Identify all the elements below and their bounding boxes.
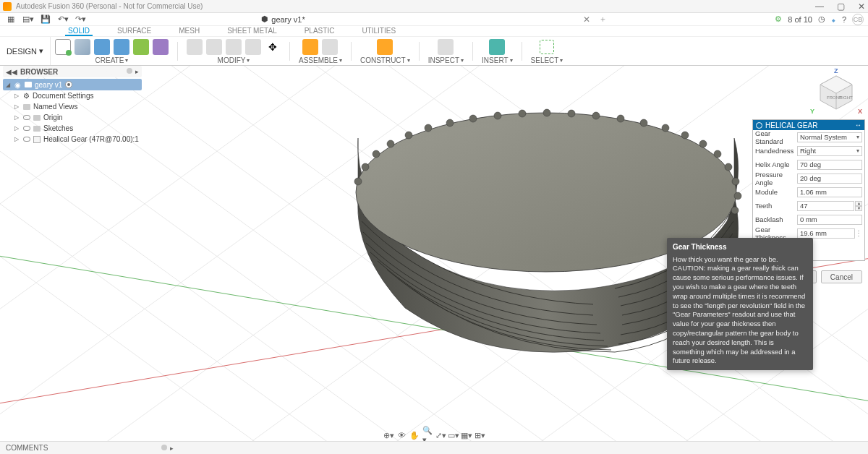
svg-point-38 (662, 124, 669, 132)
tooltip-title: Gear Thickness (673, 242, 807, 252)
ribbon: DESIGN ▾ CREATE▾ ✥ MODIFY▾ ASSEMBLE▾ (0, 37, 868, 66)
create-group-label[interactable]: CREATE▾ (95, 56, 129, 65)
teeth-label: Teeth (755, 202, 797, 210)
shell-icon[interactable] (226, 39, 242, 55)
sweep-icon[interactable] (114, 39, 129, 55)
grid-icon[interactable]: ▦▾ (461, 430, 472, 440)
backlash-input[interactable]: 0 mm (797, 215, 862, 225)
root-label: geary v1 (35, 81, 62, 89)
measure-icon[interactable] (438, 39, 454, 55)
new-tab-icon[interactable]: ＋ (599, 14, 607, 25)
insert-group-label[interactable]: INSERT▾ (482, 56, 513, 65)
comments-opt-icon[interactable] (161, 445, 167, 450)
teeth-spinner[interactable]: ▴▾ (855, 201, 862, 211)
gear-standard-select[interactable]: Normal System (797, 132, 862, 142)
assemble-group-label[interactable]: ASSEMBLE▾ (299, 56, 342, 65)
tree-item[interactable]: ▷ Sketches (3, 123, 142, 134)
plane-icon[interactable] (377, 39, 393, 55)
teeth-input[interactable]: 47 (797, 201, 854, 211)
tab-sheetmetal[interactable]: SHEET METAL (224, 26, 280, 36)
modify-group-label[interactable]: MODIFY▾ (218, 56, 250, 65)
help-icon[interactable]: ? (842, 15, 846, 24)
module-input[interactable]: 1.06 mm (797, 187, 862, 197)
panel-expand-icon[interactable]: ↔ (855, 121, 861, 129)
tab-mesh[interactable]: MESH (176, 26, 203, 36)
minimize-button[interactable]: — (815, 1, 824, 12)
svg-point-28 (425, 124, 432, 132)
design-workspace-button[interactable]: DESIGN ▾ (0, 37, 51, 65)
gear-thickness-options-icon[interactable]: ⋮ (855, 229, 862, 237)
file-menu-icon[interactable]: ▤▾ (22, 14, 35, 25)
job-status-icon[interactable]: ◷ (818, 14, 825, 24)
visibility-icon[interactable] (23, 126, 30, 131)
create-sketch-icon[interactable] (55, 39, 71, 55)
loft-icon[interactable] (133, 39, 149, 55)
move-icon[interactable]: ✥ (265, 39, 281, 55)
tab-surface[interactable]: SURFACE (114, 26, 154, 36)
tree-item[interactable]: ▷ Named Views (3, 101, 142, 112)
as-built-joint-icon[interactable] (322, 39, 338, 55)
save-icon[interactable]: 💾 (39, 14, 52, 25)
close-tab-icon[interactable]: ✕ (583, 14, 590, 25)
cancel-button[interactable]: Cancel (821, 270, 862, 283)
visibility-icon[interactable]: ◉ (14, 81, 22, 89)
comments-expand-icon[interactable]: ▸ (170, 445, 174, 452)
collapse-icon[interactable]: ◀◀ (6, 68, 17, 76)
comments-bar[interactable]: COMMENTS ▸ (0, 441, 868, 454)
svg-point-23 (354, 178, 362, 185)
viewcube[interactable]: FRONT RIGHT Z X Y (814, 70, 858, 113)
svg-point-31 (494, 112, 501, 119)
select-icon[interactable] (540, 40, 554, 54)
browser-panel: ◀◀ BROWSER ▸ ◢◉ geary v1 ▷⚙ Document Set… (3, 66, 142, 145)
insert-decal-icon[interactable] (489, 39, 505, 55)
browser-opt-icon[interactable] (127, 68, 132, 74)
tree-root[interactable]: ◢◉ geary v1 (3, 79, 142, 90)
activate-radio-icon[interactable] (65, 81, 72, 88)
revolve-icon[interactable] (94, 39, 110, 55)
select-group-label[interactable]: SELECT▾ (531, 56, 563, 65)
close-button[interactable]: ✕ (858, 1, 865, 12)
pressure-angle-input[interactable]: 20 deg (797, 174, 862, 184)
joint-icon[interactable] (302, 39, 318, 55)
pan-icon[interactable]: ✋ (409, 430, 420, 440)
undo-icon[interactable]: ↶▾ (56, 14, 69, 25)
extrude-icon[interactable] (75, 39, 90, 55)
display-icon[interactable]: ▭▾ (448, 430, 459, 440)
backlash-label: Backlash (755, 215, 797, 223)
handedness-select[interactable]: Right (797, 146, 862, 156)
extensions-icon[interactable]: ⚙ (775, 14, 782, 24)
svg-point-25 (373, 150, 380, 158)
tab-plastic[interactable]: PLASTIC (302, 26, 338, 36)
construct-group-label[interactable]: CONSTRUCT▾ (360, 56, 410, 65)
viewport-icon[interactable]: ⊞▾ (475, 430, 485, 440)
zoom-icon[interactable]: 🔍▾ (422, 430, 433, 440)
redo-icon[interactable]: ↷▾ (74, 14, 87, 25)
press-pull-icon[interactable] (187, 39, 203, 55)
fillet-icon[interactable] (206, 39, 222, 55)
notifications-icon[interactable]: ⬥ (831, 15, 836, 24)
titlebar: Autodesk Fusion 360 (Personal - Not for … (0, 0, 868, 13)
user-badge[interactable]: CB (852, 14, 864, 25)
browser-expand-icon[interactable]: ▸ (135, 68, 139, 75)
panel-title: HELICAL GEAR (765, 121, 817, 129)
fit-icon[interactable]: ⤢▾ (435, 430, 446, 440)
app-menu-icon[interactable]: ▦ (4, 14, 17, 25)
tab-solid[interactable]: SOLID (65, 26, 93, 36)
tree-item[interactable]: ▷⚙ Document Settings (3, 90, 142, 101)
maximize-button[interactable]: ▢ (837, 1, 845, 12)
inspect-group-label[interactable]: INSPECT▾ (428, 56, 464, 65)
box-icon[interactable] (153, 39, 169, 55)
folder-icon (33, 115, 41, 121)
document-name[interactable]: geary v1* (271, 15, 305, 24)
tab-utilities[interactable]: UTILITIES (359, 26, 399, 36)
tree-item[interactable]: ▷ Healical Gear (47R@70.00):1 (3, 134, 142, 145)
tree-item[interactable]: ▷ Origin (3, 112, 142, 123)
visibility-icon[interactable] (23, 137, 30, 142)
gear-thickness-input[interactable]: 19.6 mm (797, 228, 855, 239)
visibility-icon[interactable] (23, 115, 30, 120)
combine-icon[interactable] (245, 39, 261, 55)
helix-angle-input[interactable]: 70 deg (797, 160, 862, 170)
look-icon[interactable]: 👁 (396, 430, 407, 440)
viewport[interactable]: ◀◀ BROWSER ▸ ◢◉ geary v1 ▷⚙ Document Set… (0, 66, 868, 441)
orbit-icon[interactable]: ⊕▾ (383, 430, 393, 440)
